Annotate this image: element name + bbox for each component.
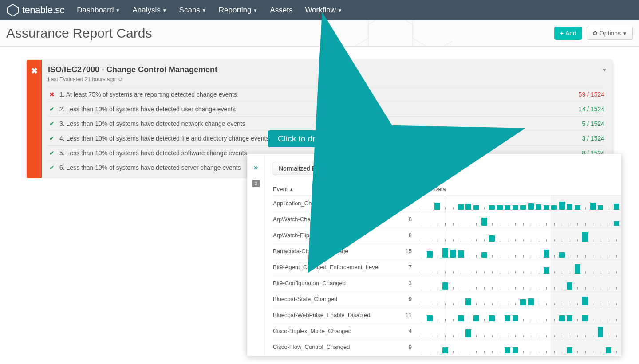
card-title: ISO/IEC27000 - Change Control Management — [48, 65, 604, 74]
brand-logo[interactable]: tenable.sc — [6, 4, 64, 17]
gear-icon: ✿ — [592, 30, 598, 37]
plus-icon: + — [560, 30, 564, 37]
check-icon: ✔ — [48, 149, 56, 157]
add-button[interactable]: + Add — [554, 27, 582, 40]
policy-row[interactable]: ✖1. At least 75% of systems are reportin… — [48, 87, 604, 102]
policy-counts: 59 / 1524 — [579, 91, 604, 98]
card-meta: Last Evaluated 21 hours ago ⟳ — [48, 76, 604, 82]
nav-scans[interactable]: Scans▼ — [179, 6, 206, 15]
policy-text: 2. Less than 10% of systems have detecte… — [59, 106, 579, 113]
top-navbar: tenable.sc Dashboard▼Analysis▼Scans▼Repo… — [0, 0, 639, 20]
svg-marker-2 — [368, 20, 413, 47]
svg-marker-0 — [8, 4, 18, 16]
refresh-icon[interactable]: ⟳ — [118, 76, 123, 82]
x-icon: ✖ — [48, 91, 56, 98]
hexagon-icon — [6, 4, 20, 17]
expand-toggle-icon[interactable]: ▾ — [603, 66, 606, 73]
nav-workflow[interactable]: Workflow▼ — [305, 6, 342, 15]
callout-tooltip: Click to drill down — [268, 130, 353, 147]
caret-down-icon: ▼ — [253, 8, 257, 13]
check-icon: ✔ — [48, 135, 56, 142]
decorative-hex-bg — [320, 20, 453, 47]
nav-reporting[interactable]: Reporting▼ — [219, 6, 258, 15]
svg-marker-1 — [324, 20, 368, 47]
policy-text: 1. At least 75% of systems are reporting… — [59, 91, 579, 98]
page-header: Assurance Report Cards + Add ✿ Options ▼ — [0, 20, 639, 47]
check-icon: ✔ — [48, 164, 56, 171]
policy-counts: 14 / 1524 — [579, 106, 604, 113]
check-icon: ✔ — [48, 106, 56, 113]
expand-right-icon[interactable]: » — [247, 163, 264, 172]
brand-text: tenable.sc — [22, 4, 64, 16]
main-nav: Dashboard▼Analysis▼Scans▼Reporting▼Asset… — [77, 6, 342, 15]
policy-counts: 3 / 1524 — [582, 135, 604, 142]
svg-marker-3 — [413, 20, 453, 47]
callout-arrow-icon — [272, 129, 388, 178]
caret-down-icon: ▼ — [115, 8, 120, 13]
policy-text: 3. Less than 10% of systems have detecte… — [59, 120, 582, 127]
caret-down-icon: ▼ — [338, 8, 342, 13]
caret-down-icon: ▼ — [162, 8, 167, 13]
policy-row[interactable]: ✔2. Less than 10% of systems have detect… — [48, 102, 604, 116]
page-title: Assurance Report Cards — [6, 26, 152, 41]
caret-down-icon: ▼ — [202, 8, 206, 13]
close-icon[interactable]: ✖ — [31, 66, 38, 178]
card-status-strip: ✖ — [27, 60, 42, 178]
policy-counts: 5 / 1524 — [582, 120, 604, 127]
policy-row[interactable]: ✔3. Less than 10% of systems have detect… — [48, 116, 604, 131]
check-icon: ✔ — [48, 120, 56, 127]
drill-sidebar: » 3 — [247, 154, 265, 178]
nav-dashboard[interactable]: Dashboard▼ — [77, 6, 120, 15]
caret-down-icon: ▼ — [623, 31, 627, 36]
nav-assets[interactable]: Assets — [270, 6, 292, 15]
nav-analysis[interactable]: Analysis▼ — [132, 6, 166, 15]
options-button[interactable]: ✿ Options ▼ — [587, 27, 633, 40]
